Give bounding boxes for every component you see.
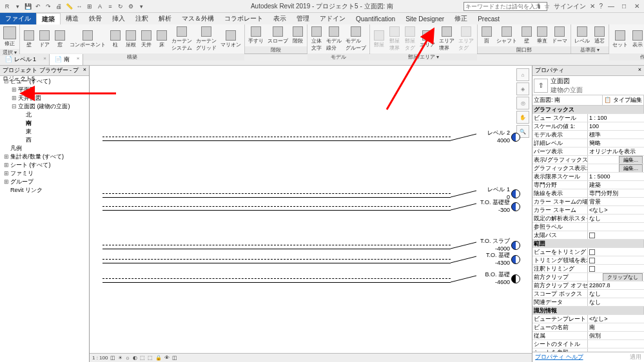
reveal-icon[interactable]: ◫ xyxy=(172,355,177,361)
maximize-button[interactable]: □ xyxy=(620,3,629,10)
level-symbol-icon[interactable] xyxy=(511,202,520,211)
prop-checkbox[interactable] xyxy=(589,233,595,238)
level-line[interactable] xyxy=(102,210,451,211)
prop-edit-button[interactable]: クリップなし xyxy=(603,273,643,281)
project-browser-tree[interactable]: ⊟ビュー (すべて)⊞平面図⊞天井伏図⊟立面図 (建物の立面)北南東西凡例⊞集計… xyxy=(0,76,89,362)
level-line[interactable] xyxy=(102,278,451,279)
tab-close-icon[interactable]: × xyxy=(43,55,46,61)
ribbon-通芯[interactable]: 通芯 xyxy=(592,26,607,45)
prop-value[interactable]: <なし> xyxy=(588,315,644,323)
ribbon-セット[interactable]: セット xyxy=(610,30,630,49)
signin-link[interactable]: サインイン xyxy=(554,2,586,11)
wheel-icon[interactable]: ◎ xyxy=(516,97,529,110)
level-line[interactable] xyxy=(102,137,451,137)
visual-style-icon[interactable]: ☀ xyxy=(118,355,122,361)
shadows-icon[interactable]: ◐ xyxy=(133,355,137,361)
tree-node-ビュー (すべて)[interactable]: ⊟ビュー (すべて) xyxy=(1,77,88,86)
tree-expand-icon[interactable]: ⊞ xyxy=(12,86,18,94)
prop-edit-button[interactable]: 編集... xyxy=(619,156,643,164)
search-input[interactable] xyxy=(463,2,547,11)
level-line[interactable] xyxy=(102,140,451,141)
tab-構造[interactable]: 構造 xyxy=(61,13,84,24)
ribbon-コンポーネント[interactable]: コンポーネント xyxy=(68,30,108,49)
tree-node-東[interactable]: 東 xyxy=(1,128,88,136)
tree-node-南[interactable]: 南 xyxy=(1,119,88,128)
level-head-T.O. 基礎壁[interactable]: T.O. 基礎壁-300 xyxy=(480,198,510,213)
ribbon-手すり[interactable]: 手すり xyxy=(246,26,266,45)
level-symbol-icon[interactable] xyxy=(511,274,520,283)
ribbon-エリア境界[interactable]: エリア境界 xyxy=(437,26,456,52)
crop-region-icon[interactable]: ⬚ xyxy=(148,355,153,361)
tab-Precast[interactable]: Precast xyxy=(473,13,505,24)
tab-管理[interactable]: 管理 xyxy=(291,13,315,24)
prop-edit-button[interactable]: 編集... xyxy=(619,164,643,172)
ribbon-シャフト[interactable]: シャフト xyxy=(494,26,519,45)
prop-value[interactable]: クリップなし xyxy=(588,273,644,281)
qat-tag-icon[interactable]: ⊞ xyxy=(85,2,94,11)
level-head-T.O. 基礎[interactable]: T.O. 基礎-4300 xyxy=(486,251,510,266)
tree-node-西[interactable]: 西 xyxy=(1,136,88,144)
level-head-B.O. 基礎[interactable]: B.O. 基礎-4600 xyxy=(485,271,510,285)
panel-close-icon[interactable]: × xyxy=(83,66,86,75)
qat-measure-icon[interactable]: 📏 xyxy=(64,2,73,11)
prop-value[interactable]: 100 xyxy=(588,122,644,130)
pan-icon[interactable]: ✋ xyxy=(516,111,529,124)
level-line[interactable] xyxy=(102,197,451,198)
doctab-レベル 1[interactable]: 📄 レベル 1× xyxy=(0,54,50,65)
tree-node-北[interactable]: 北 xyxy=(1,111,88,119)
properties-filter[interactable]: 立面図: 南 xyxy=(532,95,603,105)
level-line[interactable] xyxy=(102,263,451,263)
qat-more-icon[interactable]: ▾ xyxy=(137,2,146,11)
ribbon-カーテンシステム[interactable]: カーテンシステム xyxy=(170,26,194,52)
prop-value[interactable]: 建築 xyxy=(588,181,644,189)
ribbon-壁[interactable]: 壁 xyxy=(21,30,37,49)
level-line[interactable] xyxy=(102,249,451,249)
tree-node-天井伏図[interactable]: ⊞天井伏図 xyxy=(1,94,88,102)
qat-open-icon[interactable]: ▾ xyxy=(13,2,22,11)
tree-node-ファミリ[interactable]: ⊞ファミリ xyxy=(1,169,88,178)
ribbon-面[interactable]: 面 xyxy=(479,26,494,45)
ribbon-マリオン[interactable]: マリオン xyxy=(219,30,243,49)
prop-value[interactable]: 1 : 5000 xyxy=(588,173,644,180)
prop-value[interactable]: 簡略 xyxy=(588,139,644,147)
ribbon-天井[interactable]: 天井 xyxy=(139,30,154,49)
level-line[interactable] xyxy=(102,259,451,260)
tree-expand-icon[interactable]: ⊞ xyxy=(4,178,10,186)
exchange-icon[interactable]: ✕ xyxy=(590,3,595,10)
prop-value[interactable]: <なし> xyxy=(588,206,644,214)
qat-dim-icon[interactable]: ↔ xyxy=(75,2,84,11)
temp-hide-icon[interactable]: 👁 xyxy=(164,355,170,361)
prop-value[interactable]: 編集... xyxy=(588,164,644,172)
prop-value[interactable] xyxy=(588,223,644,231)
crop-icon[interactable]: ⬚ xyxy=(140,355,145,361)
level-line[interactable] xyxy=(102,245,451,245)
qat-save-icon[interactable]: 💾 xyxy=(23,2,32,11)
tree-node-Revit リンク[interactable]: Revit リンク xyxy=(1,186,88,195)
tab-Quantification[interactable]: Quantification xyxy=(351,13,400,24)
tab-マス＆外構[interactable]: マス＆外構 xyxy=(177,13,219,24)
level-symbol-icon[interactable] xyxy=(511,241,520,250)
prop-value[interactable]: 22807.8 xyxy=(588,281,644,289)
ribbon-部屋境界[interactable]: 部屋境界 xyxy=(387,26,402,52)
prop-value[interactable]: 1 : 100 xyxy=(588,114,644,122)
ribbon-エリア[interactable]: エリア xyxy=(418,30,437,49)
prop-value[interactable]: 背景 xyxy=(588,198,644,205)
prop-value[interactable]: 編集... xyxy=(588,156,644,164)
tab-アドイン[interactable]: アドイン xyxy=(315,13,351,24)
close-button[interactable]: ✕ xyxy=(632,3,641,10)
view-scale[interactable]: 1 : 100 xyxy=(92,355,108,361)
type-selector[interactable]: ⇧ 立面図 建物の立面 xyxy=(532,76,644,95)
home-icon[interactable]: ⌂ xyxy=(516,68,529,81)
ribbon-修正[interactable]: 修正 xyxy=(1,26,18,48)
ribbon-モデル線分[interactable]: モデル線分 xyxy=(324,26,344,52)
prop-value[interactable] xyxy=(588,231,644,239)
tree-node-集計表/数量 (すべて)[interactable]: ⊞集計表/数量 (すべて) xyxy=(1,153,88,161)
prop-value[interactable]: 南 xyxy=(588,323,644,331)
prop-value[interactable]: なし xyxy=(588,214,644,222)
prop-value[interactable]: 専門分野別 xyxy=(588,189,644,197)
ribbon-エリアタグ[interactable]: エリアタグ xyxy=(456,26,476,52)
prop-value[interactable]: オリジナルを表示 xyxy=(588,148,644,155)
drawing-canvas[interactable]: ⌂ ◈ ◎ ✋ 🔍 1 : 100 ◫ ☀ ☼ ◐ ⬚ ⬚ 🔒 👁 ◫ レベル … xyxy=(90,66,532,362)
tab-注釈[interactable]: 注釈 xyxy=(130,13,153,24)
qat-redo-icon[interactable]: ↷ xyxy=(44,2,53,11)
